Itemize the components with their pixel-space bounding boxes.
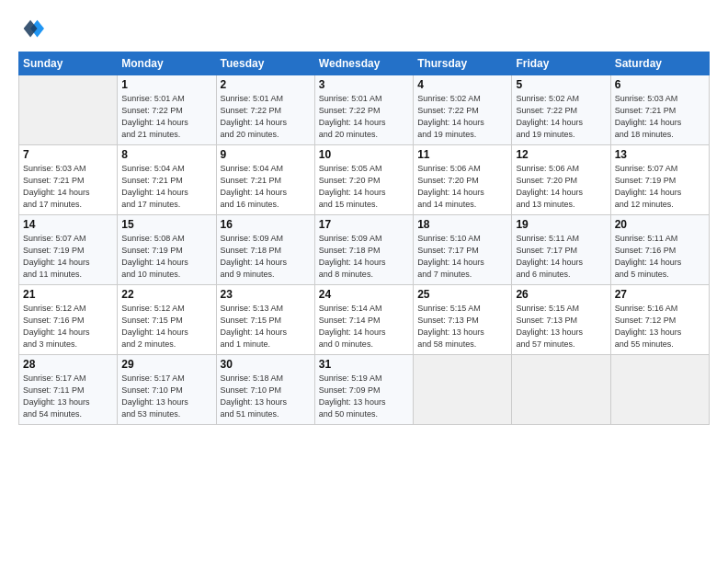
day-number: 24 <box>319 288 409 301</box>
day-number: 25 <box>417 288 507 301</box>
day-cell: 22Sunrise: 5:12 AM Sunset: 7:15 PM Dayli… <box>118 285 216 355</box>
day-cell: 4Sunrise: 5:02 AM Sunset: 7:22 PM Daylig… <box>414 75 512 145</box>
day-number: 7 <box>23 148 113 161</box>
day-number: 16 <box>221 218 311 231</box>
day-number: 13 <box>615 148 705 161</box>
day-detail: Sunrise: 5:07 AM Sunset: 7:19 PM Dayligh… <box>23 233 113 281</box>
day-cell: 27Sunrise: 5:16 AM Sunset: 7:12 PM Dayli… <box>610 285 709 355</box>
day-detail: Sunrise: 5:19 AM Sunset: 7:09 PM Dayligh… <box>319 373 409 420</box>
col-header-wednesday: Wednesday <box>314 52 413 75</box>
day-cell: 20Sunrise: 5:11 AM Sunset: 7:16 PM Dayli… <box>610 215 709 285</box>
day-detail: Sunrise: 5:08 AM Sunset: 7:19 PM Dayligh… <box>121 233 211 281</box>
day-detail: Sunrise: 5:06 AM Sunset: 7:20 PM Dayligh… <box>516 163 606 211</box>
day-detail: Sunrise: 5:05 AM Sunset: 7:20 PM Dayligh… <box>319 163 409 211</box>
day-detail: Sunrise: 5:04 AM Sunset: 7:21 PM Dayligh… <box>221 163 311 211</box>
day-number: 6 <box>615 78 705 91</box>
day-number: 22 <box>121 288 211 301</box>
day-detail: Sunrise: 5:14 AM Sunset: 7:14 PM Dayligh… <box>319 303 409 350</box>
page: SundayMondayTuesdayWednesdayThursdayFrid… <box>0 0 728 434</box>
day-detail: Sunrise: 5:12 AM Sunset: 7:15 PM Dayligh… <box>121 303 211 350</box>
header-row: SundayMondayTuesdayWednesdayThursdayFrid… <box>19 52 710 75</box>
day-detail: Sunrise: 5:09 AM Sunset: 7:18 PM Dayligh… <box>319 233 409 281</box>
day-detail: Sunrise: 5:01 AM Sunset: 7:22 PM Dayligh… <box>121 93 211 141</box>
day-number: 28 <box>23 358 113 371</box>
col-header-saturday: Saturday <box>610 52 709 75</box>
col-header-tuesday: Tuesday <box>216 52 314 75</box>
header <box>18 17 710 42</box>
day-detail: Sunrise: 5:09 AM Sunset: 7:18 PM Dayligh… <box>221 233 311 281</box>
day-detail: Sunrise: 5:02 AM Sunset: 7:22 PM Dayligh… <box>417 93 507 141</box>
calendar-table: SundayMondayTuesdayWednesdayThursdayFrid… <box>18 52 710 425</box>
day-detail: Sunrise: 5:12 AM Sunset: 7:16 PM Dayligh… <box>23 303 113 350</box>
week-row-4: 21Sunrise: 5:12 AM Sunset: 7:16 PM Dayli… <box>19 285 710 355</box>
day-cell <box>610 355 709 425</box>
day-detail: Sunrise: 5:01 AM Sunset: 7:22 PM Dayligh… <box>319 93 409 141</box>
day-cell: 1Sunrise: 5:01 AM Sunset: 7:22 PM Daylig… <box>118 75 216 145</box>
day-cell: 25Sunrise: 5:15 AM Sunset: 7:13 PM Dayli… <box>414 285 512 355</box>
day-number: 8 <box>121 148 211 161</box>
day-cell: 26Sunrise: 5:15 AM Sunset: 7:13 PM Dayli… <box>512 285 610 355</box>
day-detail: Sunrise: 5:01 AM Sunset: 7:22 PM Dayligh… <box>221 93 311 141</box>
day-number: 19 <box>516 218 606 231</box>
day-cell: 11Sunrise: 5:06 AM Sunset: 7:20 PM Dayli… <box>414 145 512 215</box>
week-row-5: 28Sunrise: 5:17 AM Sunset: 7:11 PM Dayli… <box>19 355 710 425</box>
day-cell: 3Sunrise: 5:01 AM Sunset: 7:22 PM Daylig… <box>314 75 413 145</box>
day-cell: 8Sunrise: 5:04 AM Sunset: 7:21 PM Daylig… <box>118 145 216 215</box>
day-number: 14 <box>23 218 113 231</box>
day-cell: 12Sunrise: 5:06 AM Sunset: 7:20 PM Dayli… <box>512 145 610 215</box>
svg-marker-1 <box>24 20 38 38</box>
logo <box>18 17 46 42</box>
day-detail: Sunrise: 5:11 AM Sunset: 7:17 PM Dayligh… <box>516 233 606 281</box>
day-cell: 28Sunrise: 5:17 AM Sunset: 7:11 PM Dayli… <box>19 355 118 425</box>
day-detail: Sunrise: 5:17 AM Sunset: 7:10 PM Dayligh… <box>121 373 211 420</box>
day-number: 30 <box>221 358 311 371</box>
week-row-1: 1Sunrise: 5:01 AM Sunset: 7:22 PM Daylig… <box>19 75 710 145</box>
day-number: 3 <box>319 78 409 91</box>
day-number: 9 <box>221 148 311 161</box>
day-number: 5 <box>516 78 606 91</box>
col-header-friday: Friday <box>512 52 610 75</box>
day-cell: 7Sunrise: 5:03 AM Sunset: 7:21 PM Daylig… <box>19 145 118 215</box>
logo-icon <box>18 17 44 42</box>
col-header-sunday: Sunday <box>19 52 118 75</box>
day-number: 29 <box>121 358 211 371</box>
col-header-thursday: Thursday <box>414 52 512 75</box>
day-cell: 9Sunrise: 5:04 AM Sunset: 7:21 PM Daylig… <box>216 145 314 215</box>
day-cell: 31Sunrise: 5:19 AM Sunset: 7:09 PM Dayli… <box>314 355 413 425</box>
day-detail: Sunrise: 5:06 AM Sunset: 7:20 PM Dayligh… <box>417 163 507 211</box>
day-detail: Sunrise: 5:03 AM Sunset: 7:21 PM Dayligh… <box>23 163 113 211</box>
day-cell <box>19 75 118 145</box>
day-cell <box>512 355 610 425</box>
day-cell: 18Sunrise: 5:10 AM Sunset: 7:17 PM Dayli… <box>414 215 512 285</box>
day-cell: 24Sunrise: 5:14 AM Sunset: 7:14 PM Dayli… <box>314 285 413 355</box>
day-number: 27 <box>615 288 705 301</box>
day-detail: Sunrise: 5:11 AM Sunset: 7:16 PM Dayligh… <box>615 233 705 281</box>
day-detail: Sunrise: 5:15 AM Sunset: 7:13 PM Dayligh… <box>417 303 507 350</box>
day-number: 31 <box>319 358 409 371</box>
day-detail: Sunrise: 5:13 AM Sunset: 7:15 PM Dayligh… <box>221 303 311 350</box>
day-cell: 29Sunrise: 5:17 AM Sunset: 7:10 PM Dayli… <box>118 355 216 425</box>
day-number: 17 <box>319 218 409 231</box>
day-cell: 30Sunrise: 5:18 AM Sunset: 7:10 PM Dayli… <box>216 355 314 425</box>
day-cell: 5Sunrise: 5:02 AM Sunset: 7:22 PM Daylig… <box>512 75 610 145</box>
day-number: 18 <box>417 218 507 231</box>
day-detail: Sunrise: 5:18 AM Sunset: 7:10 PM Dayligh… <box>221 373 311 420</box>
week-row-2: 7Sunrise: 5:03 AM Sunset: 7:21 PM Daylig… <box>19 145 710 215</box>
col-header-monday: Monday <box>118 52 216 75</box>
day-cell: 14Sunrise: 5:07 AM Sunset: 7:19 PM Dayli… <box>19 215 118 285</box>
day-detail: Sunrise: 5:15 AM Sunset: 7:13 PM Dayligh… <box>516 303 606 350</box>
week-row-3: 14Sunrise: 5:07 AM Sunset: 7:19 PM Dayli… <box>19 215 710 285</box>
day-cell: 21Sunrise: 5:12 AM Sunset: 7:16 PM Dayli… <box>19 285 118 355</box>
day-cell: 6Sunrise: 5:03 AM Sunset: 7:21 PM Daylig… <box>610 75 709 145</box>
day-detail: Sunrise: 5:16 AM Sunset: 7:12 PM Dayligh… <box>615 303 705 350</box>
day-cell: 23Sunrise: 5:13 AM Sunset: 7:15 PM Dayli… <box>216 285 314 355</box>
day-detail: Sunrise: 5:07 AM Sunset: 7:19 PM Dayligh… <box>615 163 705 211</box>
day-number: 10 <box>319 148 409 161</box>
day-number: 15 <box>121 218 211 231</box>
day-detail: Sunrise: 5:03 AM Sunset: 7:21 PM Dayligh… <box>615 93 705 141</box>
day-cell: 17Sunrise: 5:09 AM Sunset: 7:18 PM Dayli… <box>314 215 413 285</box>
day-number: 23 <box>221 288 311 301</box>
day-number: 12 <box>516 148 606 161</box>
day-number: 20 <box>615 218 705 231</box>
day-detail: Sunrise: 5:04 AM Sunset: 7:21 PM Dayligh… <box>121 163 211 211</box>
